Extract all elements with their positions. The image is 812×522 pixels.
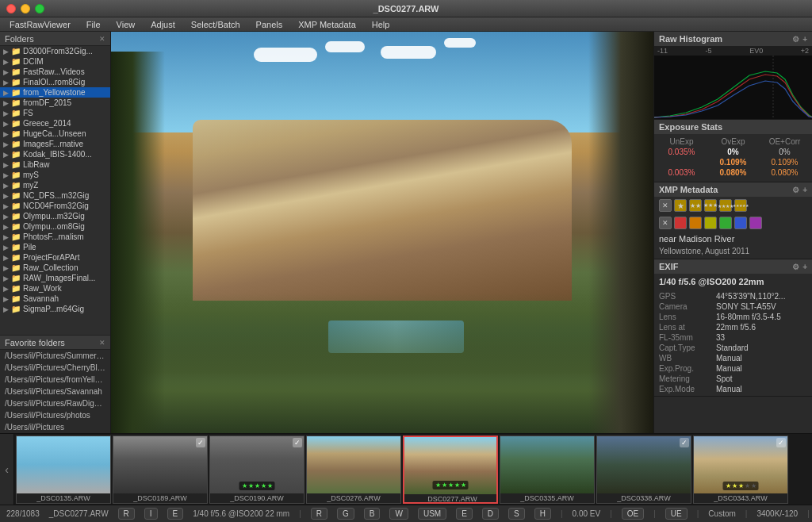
maximize-button[interactable] xyxy=(35,4,44,13)
xmp-green-label[interactable] xyxy=(719,217,732,229)
folder-item[interactable]: ▶📁DCIM xyxy=(0,56,110,67)
thumbnail-item[interactable]: ★★★★★✓_DSC0343.ARW xyxy=(693,436,788,504)
folder-item[interactable]: ▶📁HugeCa...Unseen xyxy=(0,129,110,139)
folder-item[interactable]: ▶📁SigmaP...m64Gig xyxy=(0,304,110,314)
fav-item[interactable]: /Users/il/Pictures/RawDigger_r... xyxy=(0,397,110,409)
menu-panels[interactable]: Panels xyxy=(253,19,286,30)
xmp-1star[interactable]: ★ xyxy=(674,199,687,212)
xmp-icon-1[interactable]: ⚙ xyxy=(792,186,799,194)
status-usm[interactable]: USM xyxy=(418,508,446,520)
menu-fastrawviewer[interactable]: FastRawViewer xyxy=(6,19,74,30)
thumbnail-item[interactable]: _DSC0135.ARW xyxy=(16,436,111,504)
folders-list[interactable]: ▶📁D3000From32Gig...▶📁DCIM▶📁FastRaw...Vid… xyxy=(0,46,110,335)
menu-xmp[interactable]: XMP Metadata xyxy=(295,19,359,30)
fav-list[interactable]: /Users/il/Pictures/Summer_in_C.../Users/… xyxy=(0,350,110,433)
xmp-yellow-label[interactable] xyxy=(704,217,717,229)
status-b-channel[interactable]: B xyxy=(364,508,381,520)
thumbnail-item[interactable]: _DSC0335.ARW xyxy=(500,436,595,504)
status-h-tool[interactable]: H xyxy=(534,508,551,520)
hist-icon-2[interactable]: + xyxy=(802,35,807,44)
close-button[interactable] xyxy=(6,4,16,13)
menu-adjust[interactable]: Adjust xyxy=(147,19,178,30)
folder-item[interactable]: ▶📁NC_DFS...m32Gig xyxy=(0,190,110,201)
folder-item[interactable]: ▶📁Raw_Collection xyxy=(0,263,110,273)
thumbnail-name: _DSC0190.ARW xyxy=(210,493,304,504)
xmp-5star[interactable]: ★★★★★ xyxy=(734,199,747,212)
xmp-3star[interactable]: ★★★ xyxy=(704,199,717,212)
thumbnail-check: ✓ xyxy=(680,438,689,447)
status-d-tool[interactable]: D xyxy=(482,508,499,520)
status-ue[interactable]: UE xyxy=(665,508,688,520)
status-g-channel[interactable]: G xyxy=(337,508,354,520)
folder-arrow: ▶ xyxy=(3,68,9,76)
menu-select-batch[interactable]: Select/Batch xyxy=(188,19,243,30)
xmp-orange-label[interactable] xyxy=(689,217,702,229)
cloud-1 xyxy=(254,48,317,62)
menu-help[interactable]: Help xyxy=(369,19,393,30)
thumbnail-item[interactable]: _DSC0276.ARW xyxy=(306,436,401,504)
xmp-reject-btn[interactable]: ✕ xyxy=(659,199,672,212)
folder-item[interactable]: ▶📁NCD04From32Gig xyxy=(0,201,110,211)
fav-item[interactable]: /Users/il/Pictures/Savannah xyxy=(0,386,110,397)
fav-item[interactable]: /Users/il/Pictures xyxy=(0,421,110,433)
thumbnail-item[interactable]: ✓_DSC0189.ARW xyxy=(113,436,208,504)
status-r-flag[interactable]: R xyxy=(118,508,135,520)
folder-item[interactable]: ▶📁FS xyxy=(0,108,110,118)
status-i-btn[interactable]: I xyxy=(144,508,158,520)
folder-item[interactable]: ▶📁D3000From32Gig... xyxy=(0,46,110,56)
folder-item[interactable]: ▶📁ProjectForAPArt xyxy=(0,252,110,263)
fav-item[interactable]: /Users/il/Pictures/Summer_in_C... xyxy=(0,350,110,362)
ev-label-2: EV0 xyxy=(749,47,763,55)
xmp-icon-2[interactable]: + xyxy=(802,186,807,194)
minimize-button[interactable] xyxy=(21,4,30,13)
thumbnail-stars: ★★★★★ xyxy=(239,482,275,490)
thumbnail-item[interactable]: ★★★★★_DSC0277.ARW xyxy=(403,436,498,504)
hist-icon-1[interactable]: ⚙ xyxy=(792,35,799,44)
thumb-nav-left[interactable]: ‹ xyxy=(0,434,14,505)
folder-item[interactable]: ▶📁FinalOl...rom8Gig xyxy=(0,77,110,87)
folder-item[interactable]: ▶📁Olympu...om8Gig xyxy=(0,221,110,232)
exif-icon-1[interactable]: ⚙ xyxy=(792,263,799,271)
menu-file[interactable]: File xyxy=(83,19,104,30)
folder-item[interactable]: ▶📁ImagesF...rnative xyxy=(0,139,110,149)
folder-item[interactable]: ▶📁Greece_2014 xyxy=(0,118,110,129)
exif-row: WBManual xyxy=(659,353,807,363)
stat-header-row: UnExp OvExp OE+Corr xyxy=(657,137,809,146)
status-s-tool[interactable]: S xyxy=(508,508,525,520)
xmp-blue-label[interactable] xyxy=(734,217,747,229)
status-r-channel[interactable]: R xyxy=(311,508,327,520)
status-e-tool[interactable]: E xyxy=(456,508,473,520)
folder-item[interactable]: ▶📁Pile xyxy=(0,242,110,252)
folder-item[interactable]: ▶📁RAW_ImagesFinal... xyxy=(0,273,110,283)
exif-label: Lens xyxy=(659,313,713,321)
xmp-no-color[interactable]: ✕ xyxy=(659,217,672,229)
folder-item[interactable]: ▶📁myZ xyxy=(0,180,110,190)
menu-view[interactable]: View xyxy=(113,19,139,30)
folder-item[interactable]: ▶📁Olympu...m32Gig xyxy=(0,211,110,221)
folder-item[interactable]: ▶📁fromDF_2015 xyxy=(0,98,110,108)
xmp-4star[interactable]: ★★★★ xyxy=(719,199,732,212)
xmp-2star[interactable]: ★★ xyxy=(689,199,702,212)
status-w-channel[interactable]: W xyxy=(389,508,408,520)
folder-item[interactable]: ▶📁from_Yellowstone xyxy=(0,87,110,98)
xmp-purple-label[interactable] xyxy=(749,217,762,229)
xmp-red-label[interactable] xyxy=(674,217,687,229)
folder-name: PhotosF...rnalism xyxy=(23,232,84,241)
thumbnail-item[interactable]: ★★★★★✓_DSC0190.ARW xyxy=(209,436,304,504)
status-e-btn[interactable]: E xyxy=(167,508,184,520)
folder-item[interactable]: ▶📁FastRaw...Videos xyxy=(0,67,110,77)
folder-item[interactable]: ▶📁LibRaw xyxy=(0,159,110,170)
thumbnail-item[interactable]: ✓_DSC0338.ARW xyxy=(596,436,691,504)
fav-item[interactable]: /Users/il/Pictures/CherryBlosso... xyxy=(0,362,110,374)
exif-icon-2[interactable]: + xyxy=(802,263,807,271)
status-oe[interactable]: OE xyxy=(622,508,644,520)
folder-item[interactable]: ▶📁Savannah xyxy=(0,294,110,304)
folder-item[interactable]: ▶📁myS xyxy=(0,170,110,180)
folder-item[interactable]: ▶📁Raw_Work xyxy=(0,283,110,294)
status-ev-value: 0.00 EV xyxy=(573,509,601,518)
folder-item[interactable]: ▶📁PhotosF...rnalism xyxy=(0,232,110,242)
right-panel: Raw Histogram ⚙ + -11 -5 EV0 +2 xyxy=(653,32,812,433)
fav-item[interactable]: /Users/il/Pictures/photos xyxy=(0,409,110,421)
folder-item[interactable]: ▶📁Kodak_IBIS-1400... xyxy=(0,149,110,159)
fav-item[interactable]: /Users/il/Pictures/fromYellowst... xyxy=(0,374,110,386)
